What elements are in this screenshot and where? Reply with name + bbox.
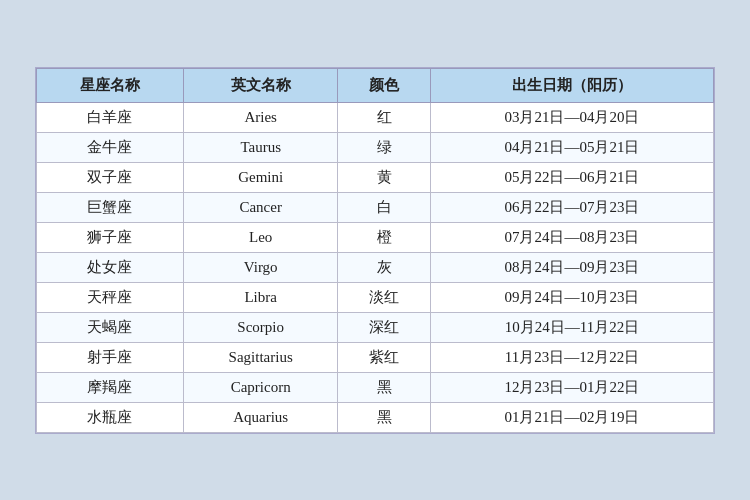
column-header: 英文名称 xyxy=(183,68,338,102)
cell-5-3: 08月24日—09月23日 xyxy=(430,252,713,282)
table-row: 金牛座Taurus绿04月21日—05月21日 xyxy=(37,132,714,162)
cell-4-1: Leo xyxy=(183,222,338,252)
column-header: 颜色 xyxy=(338,68,431,102)
cell-6-3: 09月24日—10月23日 xyxy=(430,282,713,312)
cell-1-0: 金牛座 xyxy=(37,132,184,162)
table-row: 天秤座Libra淡红09月24日—10月23日 xyxy=(37,282,714,312)
cell-3-3: 06月22日—07月23日 xyxy=(430,192,713,222)
cell-2-3: 05月22日—06月21日 xyxy=(430,162,713,192)
cell-0-0: 白羊座 xyxy=(37,102,184,132)
cell-2-1: Gemini xyxy=(183,162,338,192)
table-body: 白羊座Aries红03月21日—04月20日金牛座Taurus绿04月21日—0… xyxy=(37,102,714,432)
cell-1-2: 绿 xyxy=(338,132,431,162)
cell-5-1: Virgo xyxy=(183,252,338,282)
cell-7-3: 10月24日—11月22日 xyxy=(430,312,713,342)
cell-9-1: Capricorn xyxy=(183,372,338,402)
cell-8-1: Sagittarius xyxy=(183,342,338,372)
cell-7-2: 深红 xyxy=(338,312,431,342)
table-row: 天蝎座Scorpio深红10月24日—11月22日 xyxy=(37,312,714,342)
table-row: 射手座Sagittarius紫红11月23日—12月22日 xyxy=(37,342,714,372)
cell-4-0: 狮子座 xyxy=(37,222,184,252)
cell-8-0: 射手座 xyxy=(37,342,184,372)
cell-3-0: 巨蟹座 xyxy=(37,192,184,222)
cell-6-0: 天秤座 xyxy=(37,282,184,312)
cell-9-0: 摩羯座 xyxy=(37,372,184,402)
cell-8-2: 紫红 xyxy=(338,342,431,372)
cell-4-2: 橙 xyxy=(338,222,431,252)
cell-2-0: 双子座 xyxy=(37,162,184,192)
column-header: 出生日期（阳历） xyxy=(430,68,713,102)
table-row: 白羊座Aries红03月21日—04月20日 xyxy=(37,102,714,132)
table-row: 巨蟹座Cancer白06月22日—07月23日 xyxy=(37,192,714,222)
cell-9-3: 12月23日—01月22日 xyxy=(430,372,713,402)
cell-8-3: 11月23日—12月22日 xyxy=(430,342,713,372)
zodiac-table: 星座名称英文名称颜色出生日期（阳历） 白羊座Aries红03月21日—04月20… xyxy=(36,68,714,433)
table-row: 处女座Virgo灰08月24日—09月23日 xyxy=(37,252,714,282)
cell-5-2: 灰 xyxy=(338,252,431,282)
table-header-row: 星座名称英文名称颜色出生日期（阳历） xyxy=(37,68,714,102)
cell-3-2: 白 xyxy=(338,192,431,222)
cell-6-1: Libra xyxy=(183,282,338,312)
cell-10-1: Aquarius xyxy=(183,402,338,432)
cell-2-2: 黄 xyxy=(338,162,431,192)
cell-0-3: 03月21日—04月20日 xyxy=(430,102,713,132)
cell-0-1: Aries xyxy=(183,102,338,132)
cell-7-0: 天蝎座 xyxy=(37,312,184,342)
cell-1-1: Taurus xyxy=(183,132,338,162)
cell-9-2: 黑 xyxy=(338,372,431,402)
cell-4-3: 07月24日—08月23日 xyxy=(430,222,713,252)
cell-6-2: 淡红 xyxy=(338,282,431,312)
zodiac-table-wrapper: 星座名称英文名称颜色出生日期（阳历） 白羊座Aries红03月21日—04月20… xyxy=(35,67,715,434)
table-row: 水瓶座Aquarius黑01月21日—02月19日 xyxy=(37,402,714,432)
cell-3-1: Cancer xyxy=(183,192,338,222)
cell-1-3: 04月21日—05月21日 xyxy=(430,132,713,162)
cell-0-2: 红 xyxy=(338,102,431,132)
table-row: 双子座Gemini黄05月22日—06月21日 xyxy=(37,162,714,192)
cell-10-3: 01月21日—02月19日 xyxy=(430,402,713,432)
cell-5-0: 处女座 xyxy=(37,252,184,282)
cell-7-1: Scorpio xyxy=(183,312,338,342)
table-row: 摩羯座Capricorn黑12月23日—01月22日 xyxy=(37,372,714,402)
column-header: 星座名称 xyxy=(37,68,184,102)
cell-10-2: 黑 xyxy=(338,402,431,432)
cell-10-0: 水瓶座 xyxy=(37,402,184,432)
table-row: 狮子座Leo橙07月24日—08月23日 xyxy=(37,222,714,252)
